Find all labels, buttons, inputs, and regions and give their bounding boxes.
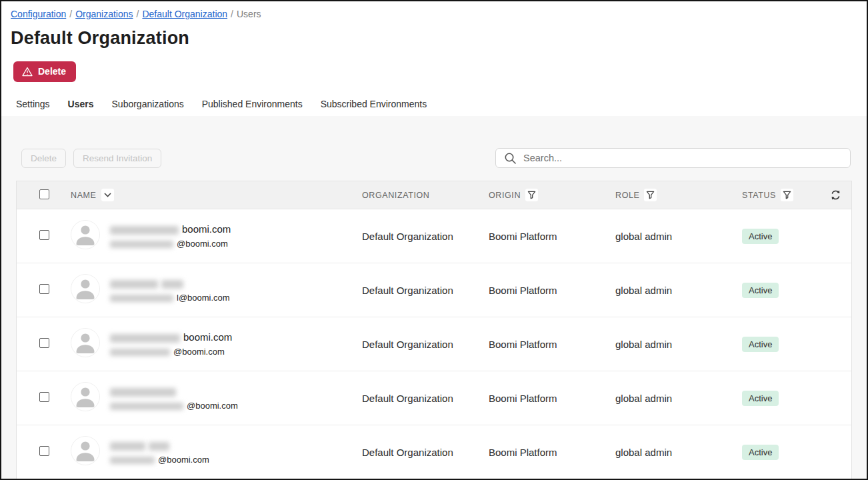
redaction-blur [110, 442, 145, 451]
cell-organization: Default Organization [362, 447, 489, 458]
table-row[interactable]: boomi.com @boomi.com Default Organizatio… [17, 317, 851, 371]
person-silhouette-icon [71, 220, 100, 252]
breadcrumb-link-default-organization[interactable]: Default Organization [142, 9, 227, 19]
cell-role: global admin [615, 285, 742, 296]
redaction-blur [110, 388, 176, 397]
table-header-row: NAME ORGANIZATION ORIGIN ROLE [17, 181, 851, 209]
user-name-redacted [110, 277, 230, 290]
breadcrumb-link-configuration[interactable]: Configuration [11, 9, 66, 19]
table-row[interactable]: l@boomi.com Default Organization Boomi P… [17, 263, 851, 317]
user-name-redacted: boomi.com [110, 223, 231, 236]
person-silhouette-icon [71, 436, 100, 468]
select-all-checkbox[interactable] [39, 189, 49, 199]
table-row[interactable]: boomi.com @boomi.com Default Organizatio… [17, 209, 851, 263]
person-silhouette-icon [71, 274, 100, 306]
delete-organization-button[interactable]: Delete [13, 61, 76, 82]
user-email-redacted: l@boomi.com [110, 292, 230, 303]
search-icon [504, 152, 517, 167]
search-box [495, 148, 851, 168]
page-title: Default Organization [11, 28, 867, 49]
user-email-redacted: @boomi.com [110, 346, 232, 357]
delete-users-button[interactable]: Delete [21, 149, 66, 168]
person-silhouette-icon [71, 382, 100, 414]
user-name-redacted [110, 439, 209, 452]
breadcrumb-separator: / [137, 9, 139, 19]
redaction-blur [110, 241, 173, 248]
cell-role: global admin [615, 393, 742, 404]
redaction-blur [110, 403, 183, 410]
redaction-blur [110, 334, 180, 343]
column-header-status: STATUS [742, 191, 776, 200]
table-row[interactable]: @boomi.com Default Organization Boomi Pl… [17, 371, 851, 425]
row-checkbox[interactable] [39, 446, 49, 456]
status-filter-funnel-icon[interactable] [781, 189, 793, 201]
user-email-redacted: @boomi.com [110, 454, 209, 465]
role-filter-funnel-icon[interactable] [644, 189, 657, 201]
breadcrumb-separator: / [69, 9, 72, 19]
user-name-redacted [110, 385, 238, 398]
row-checkbox[interactable] [39, 230, 49, 240]
row-checkbox[interactable] [39, 284, 49, 294]
user-email-redacted: @boomi.com [110, 238, 231, 249]
cell-origin: Boomi Platform [489, 231, 615, 242]
origin-filter-funnel-icon[interactable] [525, 189, 538, 201]
redaction-blur [149, 442, 169, 451]
user-email-redacted: @boomi.com [110, 400, 238, 411]
table-row[interactable]: @boomi.com Default Organization Boomi Pl… [17, 425, 851, 479]
breadcrumb-current: Users [237, 9, 261, 19]
column-header-role: ROLE [615, 191, 639, 200]
redaction-blur [110, 349, 170, 356]
delete-button-label: Delete [38, 66, 66, 77]
column-header-name: NAME [71, 191, 97, 200]
status-badge: Active [742, 337, 779, 352]
redaction-blur [110, 295, 173, 302]
user-name-redacted: boomi.com [110, 331, 232, 344]
cell-organization: Default Organization [362, 231, 489, 242]
redaction-blur [110, 280, 158, 289]
chevron-down-icon[interactable] [101, 189, 114, 201]
redaction-blur [110, 226, 179, 235]
refresh-icon[interactable] [830, 189, 851, 201]
breadcrumb-separator: / [231, 9, 233, 19]
table-toolbar: Delete Resend Invitation [21, 148, 851, 168]
row-checkbox[interactable] [39, 338, 49, 348]
status-badge: Active [742, 283, 779, 298]
app-window: Configuration/Organizations/Default Orga… [0, 0, 868, 480]
breadcrumb-link-organizations[interactable]: Organizations [75, 9, 133, 19]
status-badge: Active [742, 229, 779, 244]
warning-triangle-icon [22, 67, 33, 77]
cell-role: global admin [615, 339, 742, 350]
row-checkbox[interactable] [39, 392, 49, 402]
cell-role: global admin [615, 231, 742, 242]
redaction-blur [161, 280, 183, 289]
column-header-origin: ORIGIN [489, 191, 521, 200]
person-silhouette-icon [71, 328, 100, 360]
search-input[interactable] [495, 148, 851, 168]
status-badge: Active [742, 445, 779, 460]
cell-role: global admin [615, 447, 742, 458]
cell-origin: Boomi Platform [489, 285, 615, 296]
redaction-blur [110, 457, 155, 464]
cell-origin: Boomi Platform [489, 393, 615, 404]
breadcrumb: Configuration/Organizations/Default Orga… [1, 1, 867, 19]
resend-invitation-button[interactable]: Resend Invitation [73, 149, 161, 168]
cell-organization: Default Organization [362, 393, 489, 404]
cell-organization: Default Organization [362, 339, 489, 350]
cell-organization: Default Organization [362, 285, 489, 296]
users-tab-content: Delete Resend Invitation NAME [1, 116, 867, 479]
status-badge: Active [742, 391, 779, 406]
users-table: NAME ORGANIZATION ORIGIN ROLE [16, 181, 852, 479]
cell-origin: Boomi Platform [489, 339, 615, 350]
cell-origin: Boomi Platform [489, 447, 615, 458]
column-header-organization: ORGANIZATION [362, 191, 429, 200]
